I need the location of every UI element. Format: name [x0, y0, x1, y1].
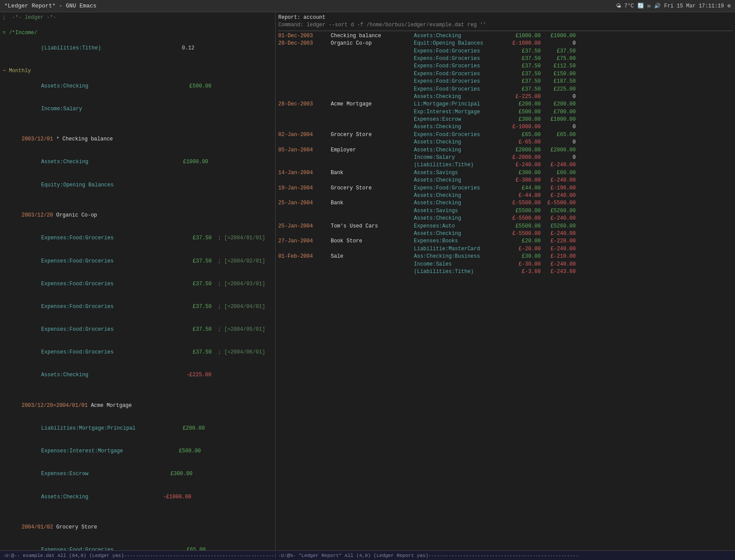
txn-20031220-row3: Expenses:Food:Groceries £37.50 ; [=2004/… — [3, 273, 273, 295]
main-container: ; -*- ledger -*- = /*Income/ (Liabilitie… — [0, 12, 735, 550]
report-date — [278, 70, 331, 78]
report-account: Assets:Checking — [414, 139, 506, 146]
report-account: Liabilitie:MasterCard — [414, 245, 506, 253]
report-amount: £20.00 — [506, 238, 541, 245]
report-row: Expens:Food:Groceries£37.50£37.50 — [278, 48, 732, 55]
report-payee: Book Store — [331, 238, 414, 245]
report-account: Expens:Food:Groceries — [414, 78, 506, 85]
report-running-total: £1000.00 — [541, 116, 576, 123]
ledger-mode-comment: ; -*- ledger -*- — [3, 14, 273, 21]
report-payee — [331, 70, 414, 78]
report-row: Assets:Checking£-225.000 — [278, 93, 732, 101]
report-running-total: 0 — [541, 123, 576, 131]
report-row: 25-Jan-2004BankAssets:Checking£-5500.00£… — [278, 200, 732, 207]
report-date — [278, 230, 331, 238]
report-payee — [331, 268, 414, 276]
report-date — [278, 116, 331, 123]
report-payee — [331, 78, 414, 85]
report-payee: Bank — [331, 169, 414, 177]
blank-line-4 — [3, 196, 273, 204]
report-payee — [331, 93, 414, 101]
report-row: 02-Jan-2004Grocery StoreExpens:Food:Groc… — [278, 131, 732, 139]
report-running-total: £60.00 — [541, 169, 576, 177]
report-title: Report: account — [278, 14, 732, 21]
settings-icon[interactable]: ⚙ — [728, 3, 731, 9]
txn-20031220-row4: Expenses:Food:Groceries £37.50 ; [=2004/… — [3, 295, 273, 318]
report-row: 05-Jan-2004EmployerAssets:Checking£2000.… — [278, 147, 732, 154]
report-date — [278, 123, 331, 131]
report-account: Assets:Checking — [414, 215, 506, 222]
report-running-total: £-240.00 — [541, 215, 576, 222]
report-running-total: £-196.00 — [541, 185, 576, 192]
report-row: Assets:Checking£-5500.00£-240.00 — [278, 215, 732, 222]
report-account: Expenses:Auto — [414, 223, 506, 230]
txn-20031220-row5: Expenses:Food:Groceries £37.50 ; [=2004/… — [3, 318, 273, 341]
report-payee: Tom's Used Cars — [331, 223, 414, 230]
report-running-total: 0 — [541, 93, 576, 101]
report-date — [278, 207, 331, 215]
titlebar-right: 🌤 7°C 🔄 ✉ 🔊 Fri 15 Mar 17:11:19 ⚙ — [616, 3, 731, 9]
report-account: Assets:Checking — [414, 230, 506, 238]
report-payee: Sale — [331, 253, 414, 260]
report-running-total: £-240.00 — [541, 161, 576, 169]
report-amount: £5500.00 — [506, 223, 541, 230]
report-running-total: £225.00 — [541, 86, 576, 93]
report-date — [278, 108, 331, 116]
report-payee: Grocery Store — [331, 185, 414, 192]
report-payee: Bank — [331, 200, 414, 207]
report-amount: £-30.00 — [506, 261, 541, 268]
report-date: 01-Dec-2003 — [278, 32, 331, 40]
report-amount: £37.50 — [506, 48, 541, 55]
txn-20031228-checking: Assets:Checking -£1000.00 — [3, 486, 273, 508]
report-row: 19-Jan-2004Grocery StoreExpens:Food:Groc… — [278, 185, 732, 192]
report-running-total: £200.00 — [541, 101, 576, 108]
report-account: Assets:Checking — [414, 147, 506, 154]
report-amount: £30.00 — [506, 253, 541, 260]
report-row: Assets:Savings£5500.00£5260.00 — [278, 207, 732, 215]
report-amount: £-5500.00 — [506, 200, 541, 207]
report-row: Assets:Checking£-5500.00£-240.00 — [278, 230, 732, 238]
report-account: Li:Mortgage:Principal — [414, 101, 506, 108]
report-account: Income:Sales — [414, 261, 506, 268]
txn-20031201-equity: Equity:Opening Balances — [3, 174, 273, 196]
audio-icon: 🔊 — [654, 3, 661, 9]
automated-transaction-heading: = /*Income/ — [3, 29, 273, 37]
report-amount: £2000.00 — [506, 147, 541, 154]
report-row: Expenses:Escrow£300.00£1000.00 — [278, 116, 732, 123]
left-editor-pane[interactable]: ; -*- ledger -*- = /*Income/ (Liabilitie… — [0, 12, 276, 550]
report-payee — [331, 86, 414, 93]
txn-20031201-header: 2003/12/01 * Checking balance — [3, 128, 273, 151]
txn-20031201-checking: Assets:Checking £1000.00 — [3, 151, 273, 174]
blank-line-2 — [3, 60, 273, 67]
report-account: Ass:Checking:Business — [414, 253, 506, 260]
report-date — [278, 93, 331, 101]
report-amount: £-5500.00 — [506, 230, 541, 238]
report-running-total: £112.50 — [541, 63, 576, 70]
report-account: Expenses:Escrow — [414, 116, 506, 123]
report-amount: £37.50 — [506, 70, 541, 78]
periodic-salary: Income:Salary — [3, 98, 273, 120]
report-payee — [331, 55, 414, 63]
report-running-total: 0 — [541, 154, 576, 161]
report-account: Assets:Savings — [414, 207, 506, 215]
report-account: Expenses:Books — [414, 238, 506, 245]
titlebar: *Ledger Report* - GNU Emacs 🌤 7°C 🔄 ✉ 🔊 … — [0, 0, 735, 12]
report-payee — [331, 245, 414, 253]
report-row: Exp:Interest:Mortgage£500.00£700.00 — [278, 108, 732, 116]
report-date — [278, 268, 331, 276]
report-row: Expens:Food:Groceries£37.50£187.50 — [278, 78, 732, 85]
report-date — [278, 48, 331, 55]
clock-display: Fri 15 Mar 17:11:19 — [664, 3, 724, 9]
txn-20031220-row1: Expenses:Food:Groceries £37.50 ; [=2004/… — [3, 227, 273, 250]
statusbar-right: -U:@%- *Ledger Report* All (4,0) (Ledger… — [276, 553, 735, 558]
report-running-total: £-240.00 — [541, 177, 576, 184]
blank-line — [3, 21, 273, 29]
report-payee — [331, 154, 414, 161]
report-amount: £-2000.00 — [506, 154, 541, 161]
report-running-total: £75.00 — [541, 55, 576, 63]
right-report-pane: Report: account Command: ledger --sort d… — [276, 12, 735, 550]
report-date — [278, 55, 331, 63]
report-running-total: 0 — [541, 40, 576, 47]
report-date — [278, 215, 331, 222]
report-payee — [331, 48, 414, 55]
